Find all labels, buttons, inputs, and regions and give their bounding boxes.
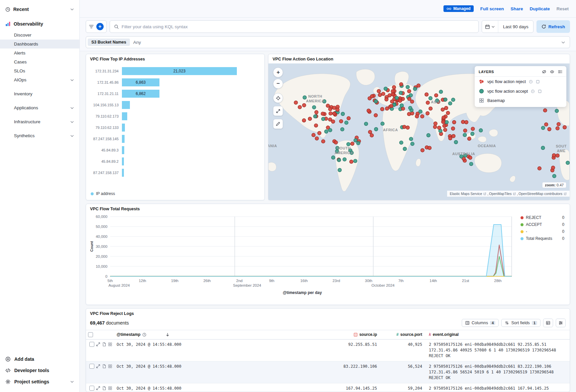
inspect-row-icon[interactable] <box>108 386 112 390</box>
sidebar-item-slos[interactable]: SLOs <box>0 66 79 75</box>
view-document-icon[interactable] <box>102 386 106 390</box>
eye-icon[interactable] <box>550 69 554 74</box>
zoom-in-button[interactable]: + <box>273 67 283 77</box>
map-point-accept[interactable] <box>411 142 415 146</box>
view-document-icon[interactable] <box>102 342 106 346</box>
map-point-reject[interactable] <box>329 112 333 115</box>
kql-search-input[interactable] <box>122 24 474 29</box>
openstreetmap-contributors-link[interactable]: OpenStreetMap contributors <box>519 192 562 196</box>
view-document-icon[interactable] <box>102 364 106 368</box>
map-point-accept[interactable] <box>384 87 388 91</box>
map-point-reject[interactable] <box>411 100 414 103</box>
legend-item-reject[interactable]: REJECT0 <box>521 215 564 220</box>
map-point-reject[interactable] <box>429 107 432 110</box>
map-point-reject[interactable] <box>415 115 419 118</box>
full-screen-button[interactable]: Full screen <box>480 6 504 11</box>
map-point-reject[interactable] <box>451 127 455 130</box>
map-point-accept[interactable] <box>448 102 452 105</box>
map-point-reject[interactable] <box>538 166 541 170</box>
bar[interactable] <box>122 157 124 165</box>
map-point-reject[interactable] <box>298 105 302 109</box>
map-point-accept[interactable] <box>332 156 335 159</box>
map-point-reject[interactable] <box>398 99 402 103</box>
fullscreen-map-button[interactable] <box>273 106 283 116</box>
map-point-accept[interactable] <box>354 139 357 142</box>
map-point-reject[interactable] <box>421 115 424 118</box>
layer-item-basemap[interactable]: Basemap <box>475 96 566 105</box>
map-point-reject[interactable] <box>339 119 343 123</box>
map-point-accept[interactable] <box>429 96 432 100</box>
sidebar-item-developer-tools[interactable]: Developer tools <box>0 365 79 376</box>
inspect-row-icon[interactable] <box>108 364 112 368</box>
map-point-reject[interactable] <box>426 112 430 115</box>
map-point-accept[interactable] <box>444 98 447 101</box>
managed-badge[interactable]: Managed <box>443 5 474 12</box>
map-point-reject[interactable] <box>425 93 429 96</box>
map-point-reject[interactable] <box>443 128 447 132</box>
map-point-reject[interactable] <box>426 101 430 105</box>
map-point-reject[interactable] <box>350 160 353 163</box>
columns-button[interactable]: Columns 4 <box>462 319 499 327</box>
map-point-reject[interactable] <box>315 110 319 114</box>
add-filter-button[interactable]: + <box>96 23 104 30</box>
map-point-reject[interactable] <box>312 133 316 137</box>
map-point-reject[interactable] <box>403 125 406 129</box>
map-point-accept[interactable] <box>439 90 443 94</box>
map-point-reject[interactable] <box>543 109 547 112</box>
draw-filters-button[interactable] <box>273 119 283 129</box>
map-point-reject[interactable] <box>336 108 339 112</box>
sidebar-item-alerts[interactable]: Alerts <box>0 49 79 57</box>
map-point-accept[interactable] <box>469 162 473 166</box>
map-point-reject[interactable] <box>381 107 384 111</box>
map-point-accept[interactable] <box>419 110 423 113</box>
map-point-accept[interactable] <box>409 106 412 110</box>
map-point-accept[interactable] <box>343 157 346 161</box>
map-point-reject[interactable] <box>370 94 374 98</box>
inspect-row-icon[interactable] <box>108 342 112 346</box>
bar[interactable] <box>122 112 127 120</box>
map-point-accept[interactable] <box>399 91 403 95</box>
map-point-accept[interactable] <box>345 121 348 125</box>
map-point-accept[interactable] <box>341 112 345 116</box>
map-point-reject[interactable] <box>461 120 465 124</box>
map-point-accept[interactable] <box>323 100 326 103</box>
reset-button[interactable]: Reset <box>556 6 569 11</box>
map-point-accept[interactable] <box>329 128 332 132</box>
map-point-accept[interactable] <box>463 133 467 137</box>
sidebar-observability[interactable]: Observability <box>0 18 79 30</box>
bar[interactable] <box>122 169 124 177</box>
map-point-reject[interactable] <box>548 127 551 131</box>
sidebar-recent[interactable]: Recent <box>0 3 79 15</box>
duplicate-button[interactable]: Duplicate <box>529 6 550 11</box>
set-view-button[interactable] <box>273 93 283 103</box>
bar[interactable] <box>122 146 124 154</box>
map-point-reject[interactable] <box>390 100 394 103</box>
map-point-reject[interactable] <box>465 120 468 124</box>
map-point-accept[interactable] <box>413 87 417 91</box>
map-point-reject[interactable] <box>563 126 567 129</box>
map-point-accept[interactable] <box>322 117 325 121</box>
sidebar-item-project-settings[interactable]: Project settings <box>0 376 79 387</box>
map-point-accept[interactable] <box>400 141 403 145</box>
map-point-reject[interactable] <box>374 114 378 117</box>
map-point-reject[interactable] <box>552 153 556 157</box>
s3-bucket-control[interactable]: S3 Bucket Names Any <box>86 36 570 48</box>
map-point-reject[interactable] <box>408 97 411 101</box>
openmaptiles-link[interactable]: OpenMapTiles <box>489 192 512 196</box>
bar[interactable] <box>122 124 125 132</box>
map-point-accept[interactable] <box>541 126 545 130</box>
map-point-reject[interactable] <box>318 131 321 135</box>
map-point-reject[interactable] <box>463 129 467 132</box>
map-point-reject[interactable] <box>556 127 559 130</box>
row-checkbox[interactable] <box>89 342 94 347</box>
map-point-reject[interactable] <box>385 98 388 101</box>
map-point-accept[interactable] <box>374 127 378 131</box>
map-point-accept[interactable] <box>347 143 350 146</box>
map-point-accept[interactable] <box>357 141 360 145</box>
map-point-reject[interactable] <box>303 103 306 107</box>
map-point-accept[interactable] <box>471 132 474 136</box>
map-point-reject[interactable] <box>378 93 382 97</box>
map-point-accept[interactable] <box>336 146 339 150</box>
map-point-accept[interactable] <box>364 122 368 126</box>
map-point-accept[interactable] <box>374 100 378 103</box>
